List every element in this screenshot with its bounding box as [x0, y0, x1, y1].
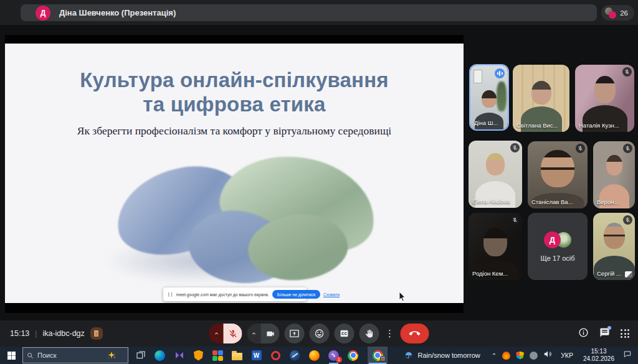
search-input[interactable] — [37, 352, 103, 359]
umbrella-icon — [404, 351, 413, 360]
pip-icon — [625, 271, 632, 278]
reactions-button[interactable] — [310, 324, 330, 343]
participant-tile-svitlana[interactable]: Світлана Вис... — [513, 65, 569, 132]
mic-off-icon — [510, 143, 520, 152]
raise-hand-button[interactable] — [359, 324, 379, 343]
tray-flame-icon[interactable] — [502, 352, 510, 360]
presentation-tab[interactable]: Д Діна Шевченко (Презентація) — [21, 4, 597, 21]
tray-defender-icon[interactable] — [516, 352, 524, 360]
microphone-control — [209, 324, 242, 343]
more-options-button[interactable]: ⋮ — [384, 324, 396, 343]
language-indicator[interactable]: УКР — [556, 352, 578, 359]
system-tray: ⌃ — [488, 350, 556, 361]
mic-options-chevron[interactable] — [209, 324, 224, 343]
opera-icon[interactable] — [270, 350, 282, 362]
chat-notification-dot — [607, 326, 611, 330]
overflow-avatar-stack-icon: Д — [544, 231, 571, 249]
shared-screen-tile[interactable]: Культура онлайн-спілкування та цифрова е… — [5, 35, 464, 313]
tray-expand-chevron[interactable]: ⌃ — [492, 352, 497, 359]
presenter-label: Діна Шевченко (Презентація) — [59, 8, 176, 17]
mic-off-icon — [623, 144, 632, 153]
mouse-cursor — [399, 291, 406, 302]
mods-app-icon[interactable] — [212, 350, 224, 362]
purple-app-icon[interactable] — [173, 350, 185, 362]
end-call-button[interactable] — [401, 324, 429, 343]
participant-count-button[interactable]: 26 — [601, 5, 634, 21]
camera-options-chevron[interactable] — [247, 324, 261, 343]
participant-name: Elena Akulova — [472, 198, 510, 205]
screen-share-notice: ❙❙ meet.google.com має доступ до вашого … — [163, 287, 307, 301]
overflow-participants-tile[interactable]: Д Ще 17 осіб — [528, 213, 588, 280]
windows-taskbar: W 1 Rain/snow tomorrow ⌃ — [0, 347, 638, 364]
participant-name: Станіслав Ва... — [531, 198, 573, 205]
participant-tile-dina[interactable]: Діна Ш... — [469, 64, 509, 131]
meeting-clock: 15:13 — [10, 329, 29, 338]
meeting-stage: Культура онлайн-спілкування та цифрова е… — [0, 25, 638, 320]
overflow-count-label: Ще 17 осіб — [540, 254, 574, 262]
weather-widget[interactable]: Rain/snow tomorrow — [397, 347, 487, 364]
viber-badge: 1 — [336, 357, 342, 363]
share-notice-message: meet.google.com має доступ до вашого екр… — [176, 292, 269, 297]
chrome-icon[interactable] — [347, 350, 359, 362]
meeting-code: ika-idbc-dgz — [42, 329, 84, 338]
presentation-slide: Культура онлайн-спілкування та цифрова е… — [5, 44, 464, 303]
google-meet-window: Д Діна Шевченко (Презентація) 26 Культур… — [0, 0, 638, 364]
volume-icon[interactable] — [543, 350, 552, 361]
participants-avatar-stack-icon — [605, 7, 616, 19]
start-button[interactable] — [0, 347, 22, 364]
hide-notice-link[interactable]: Сховати — [323, 292, 340, 297]
meet-control-bar: 15:13 | ika-idbc-dgz — [0, 320, 638, 347]
participant-name: Світлана Вис... — [517, 122, 558, 129]
participant-tile-stanislav[interactable]: Станіслав Ва... — [528, 141, 588, 208]
tray-gray-app-icon[interactable] — [530, 352, 538, 360]
slide-title: Культура онлайн-спілкування та цифрова е… — [5, 68, 464, 117]
participant-tile-rodion[interactable]: Родіон Кем... — [469, 213, 522, 280]
handshake-blobs-illustration — [5, 146, 464, 289]
participant-name: Верон... — [597, 198, 619, 205]
edge-icon[interactable] — [154, 350, 166, 362]
viber-icon[interactable]: 1 — [328, 350, 340, 362]
participant-name: Наталія Кузн... — [579, 122, 619, 129]
door-icon[interactable] — [90, 327, 103, 340]
chat-button[interactable] — [599, 327, 610, 340]
meet-top-bar: Д Діна Шевченко (Презентація) 26 — [0, 0, 638, 25]
presenter-avatar: Д — [36, 6, 50, 21]
shield-app-icon[interactable] — [193, 350, 204, 362]
participant-name: Сергій ... — [597, 270, 621, 277]
copilot-sparkle-icon — [107, 350, 117, 360]
taskbar-search-box[interactable] — [22, 347, 128, 363]
mic-off-icon — [623, 215, 632, 225]
active-meet-window-icon[interactable] — [368, 347, 388, 364]
present-screen-button[interactable] — [285, 324, 305, 343]
game-app-icon[interactable] — [289, 350, 301, 362]
taskbar-clock[interactable]: 15:13 24.02.2026 — [578, 348, 619, 363]
participant-tile-natalia[interactable]: Наталія Кузн... — [575, 65, 634, 132]
participant-name: Родіон Кем... — [472, 270, 508, 277]
slide-subtitle: Як зберегти професіоналізм та комфорт у … — [5, 124, 464, 138]
camera-control — [247, 324, 280, 343]
participant-tile-veronika[interactable]: Верон... — [593, 141, 635, 208]
mic-off-icon — [510, 215, 520, 225]
mic-muted-button[interactable] — [224, 324, 242, 343]
camera-button[interactable] — [261, 324, 280, 343]
weather-label: Rain/snow tomorrow — [417, 352, 480, 359]
task-view-icon[interactable] — [135, 350, 146, 362]
speaking-indicator-icon — [495, 68, 505, 78]
stop-sharing-button[interactable]: Більше не ділитися — [272, 290, 320, 299]
participant-tile-sergiy[interactable]: Сергій ... — [593, 213, 635, 280]
notification-center-icon[interactable] — [619, 350, 638, 361]
participant-name: Діна Ш... — [474, 119, 498, 126]
file-explorer-icon[interactable] — [231, 350, 243, 362]
mic-off-icon — [576, 144, 585, 153]
participant-count: 26 — [620, 9, 628, 17]
plant-decor — [497, 82, 507, 111]
word-icon[interactable]: W — [250, 350, 262, 362]
firefox-icon[interactable] — [308, 350, 320, 362]
meeting-details-button[interactable] — [578, 327, 589, 340]
mic-off-icon — [622, 67, 632, 77]
participant-tile-elena[interactable]: Elena Akulova — [469, 141, 522, 208]
activities-grid-button[interactable] — [621, 329, 629, 338]
captions-button[interactable] — [335, 324, 355, 343]
drag-handle-icon[interactable]: ❙❙ — [167, 292, 173, 297]
